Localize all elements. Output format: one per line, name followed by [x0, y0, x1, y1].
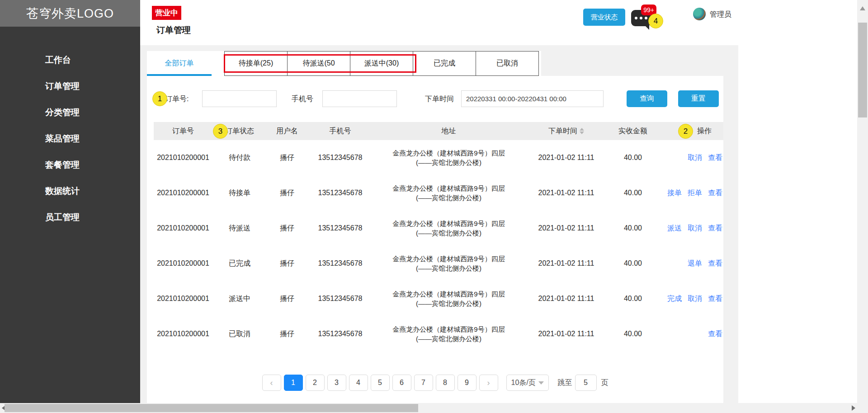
business-open-badge: 营业中 — [152, 6, 181, 20]
cell-order-no: 2021010200001 — [154, 154, 212, 162]
page-number-button[interactable]: 4 — [349, 375, 368, 391]
page-number-button[interactable]: 6 — [392, 375, 411, 391]
cell-order-status: 已取消 — [212, 329, 267, 339]
page-size-value: 10条/页 — [511, 378, 536, 388]
content-background: 全部订单 待接单(25)待派送(50派送中(30)已完成已取消 1 订单号: 手… — [140, 45, 738, 403]
row-action-link[interactable]: 查看 — [708, 224, 722, 233]
table-row: 2021010200001 已完成 播仔 13512345678 金燕龙办公楼（… — [154, 246, 723, 281]
reset-button[interactable]: 重置 — [678, 90, 719, 107]
row-action-link[interactable]: 派送 — [667, 224, 682, 233]
cell-address: 金燕龙办公楼（建材城西路9号）四层 (——宾馆北侧办公楼) — [373, 148, 524, 167]
sort-icon[interactable] — [580, 128, 584, 134]
phone-input[interactable] — [322, 90, 397, 107]
cell-order-status: 派送中 — [212, 294, 267, 304]
horizontal-scrollbar[interactable] — [0, 403, 857, 413]
table-row: 2021010200001 待接单 播仔 13512345678 金燕龙办公楼（… — [154, 175, 723, 211]
cell-order-time: 2021-01-02 11:11 — [524, 330, 608, 338]
row-action-link[interactable]: 退单 — [688, 259, 702, 268]
scrollbar-corner — [857, 403, 868, 413]
cell-actions: 查看 — [658, 329, 723, 339]
row-action-link[interactable]: 查看 — [708, 259, 722, 268]
cell-actions: 派送取消查看 — [658, 224, 723, 233]
row-action-link[interactable]: 取消 — [688, 153, 702, 163]
chat-notifications-button[interactable]: 99+ 4 — [631, 6, 663, 33]
scroll-up-arrow-icon[interactable] — [860, 6, 865, 10]
address-line1: 金燕龙办公楼（建材城西路9号）四层 — [392, 183, 505, 193]
cell-address: 金燕龙办公楼（建材城西路9号）四层 (——宾馆北侧办公楼) — [373, 183, 524, 202]
cell-phone: 13512345678 — [307, 330, 373, 338]
tab[interactable]: 已取消 — [476, 51, 539, 76]
cell-amount: 40.00 — [608, 224, 658, 232]
row-action-link[interactable]: 取消 — [688, 294, 702, 304]
address-line1: 金燕龙办公楼（建材城西路9号）四层 — [392, 148, 505, 158]
row-action-link[interactable]: 拒单 — [688, 188, 702, 198]
table-row: 2021010200001 派送中 播仔 13512345678 金燕龙办公楼（… — [154, 281, 723, 316]
cell-user-name: 播仔 — [267, 329, 307, 339]
cell-order-no: 2021010200001 — [154, 189, 212, 197]
cell-order-status: 待派送 — [212, 224, 267, 233]
search-button[interactable]: 查询 — [627, 90, 667, 107]
row-action-link[interactable]: 查看 — [708, 153, 722, 163]
row-action-link[interactable]: 完成 — [667, 294, 682, 304]
annotation-circle-1: 1 — [152, 91, 167, 106]
order-no-input[interactable] — [202, 90, 277, 107]
scroll-right-arrow-icon[interactable] — [852, 405, 855, 411]
jump-to-page-input[interactable] — [575, 375, 597, 391]
tab[interactable]: 派送中(30) — [350, 51, 413, 76]
page-number-button[interactable]: 8 — [436, 375, 455, 391]
row-action-link[interactable]: 取消 — [688, 224, 702, 233]
page-number-button[interactable]: 2 — [306, 375, 325, 391]
tab[interactable]: 待接单(25) — [224, 51, 288, 76]
tab-box-group: 待接单(25)待派送(50派送中(30)已完成已取消 — [225, 51, 539, 76]
order-time-range-input[interactable] — [461, 90, 604, 107]
tab-all-orders[interactable]: 全部订单 — [147, 51, 212, 76]
address-line2: (——宾馆北侧办公楼) — [416, 299, 481, 308]
order-tabs: 全部订单 待接单(25)待派送(50派送中(30)已完成已取消 — [147, 51, 723, 76]
tab[interactable]: 待派送(50 — [287, 51, 350, 76]
cell-user-name: 播仔 — [267, 294, 307, 304]
user-avatar[interactable] — [693, 8, 706, 20]
row-action-link[interactable]: 查看 — [708, 188, 722, 198]
page-size-select[interactable]: 10条/页 — [506, 375, 549, 391]
cell-phone: 13512345678 — [307, 295, 373, 303]
page-title: 订单管理 — [156, 24, 191, 36]
tab[interactable]: 已完成 — [413, 51, 476, 76]
page-number-button[interactable]: 9 — [458, 375, 476, 391]
sidebar-item[interactable]: 员工管理 — [0, 204, 140, 230]
annotation-circle-2: 2 — [678, 124, 693, 139]
sidebar-item[interactable]: 菜品管理 — [0, 126, 140, 152]
table-header-cell: 用户名 — [267, 122, 307, 140]
page-number-button[interactable]: 5 — [371, 375, 390, 391]
sidebar-item[interactable]: 数据统计 — [0, 178, 140, 204]
address-line2: (——宾馆北侧办公楼) — [416, 263, 481, 273]
page-number-button[interactable]: 1 — [284, 375, 303, 391]
sidebar-item[interactable]: 分类管理 — [0, 99, 140, 126]
sidebar-item[interactable]: 订单管理 — [0, 73, 140, 99]
vertical-scrollbar[interactable] — [857, 0, 868, 403]
cell-amount: 40.00 — [608, 330, 658, 338]
address-line1: 金燕龙办公楼（建材城西路9号）四层 — [392, 289, 505, 299]
prev-page-button[interactable]: ‹ — [262, 375, 281, 391]
next-page-button[interactable]: › — [479, 375, 498, 391]
page-number-button[interactable]: 3 — [327, 375, 346, 391]
cell-user-name: 播仔 — [267, 153, 307, 163]
row-action-link[interactable]: 接单 — [667, 188, 682, 198]
cell-order-time: 2021-01-02 11:11 — [524, 295, 608, 303]
cell-address: 金燕龙办公楼（建材城西路9号）四层 (——宾馆北侧办公楼) — [373, 324, 524, 343]
row-action-link[interactable]: 查看 — [708, 294, 722, 304]
page-number-button[interactable]: 7 — [414, 375, 433, 391]
cell-phone: 13512345678 — [307, 189, 373, 197]
row-action-link[interactable]: 查看 — [708, 329, 722, 339]
horizontal-scroll-thumb[interactable] — [5, 404, 418, 412]
sidebar-item[interactable]: 套餐管理 — [0, 152, 140, 178]
table-header-cell: 实收金额 — [608, 122, 658, 140]
order-no-label: 订单号: — [165, 94, 189, 104]
cell-address: 金燕龙办公楼（建材城西路9号）四层 (——宾馆北侧办公楼) — [373, 219, 524, 238]
user-name[interactable]: 管理员 — [710, 10, 731, 19]
cell-phone: 13512345678 — [307, 154, 373, 162]
cell-amount: 40.00 — [608, 189, 658, 197]
jump-to-label: 跳至 — [558, 378, 572, 388]
vertical-scroll-thumb[interactable] — [858, 23, 867, 117]
business-status-button[interactable]: 营业状态 — [583, 9, 625, 26]
sidebar-item[interactable]: 工作台 — [0, 47, 140, 73]
